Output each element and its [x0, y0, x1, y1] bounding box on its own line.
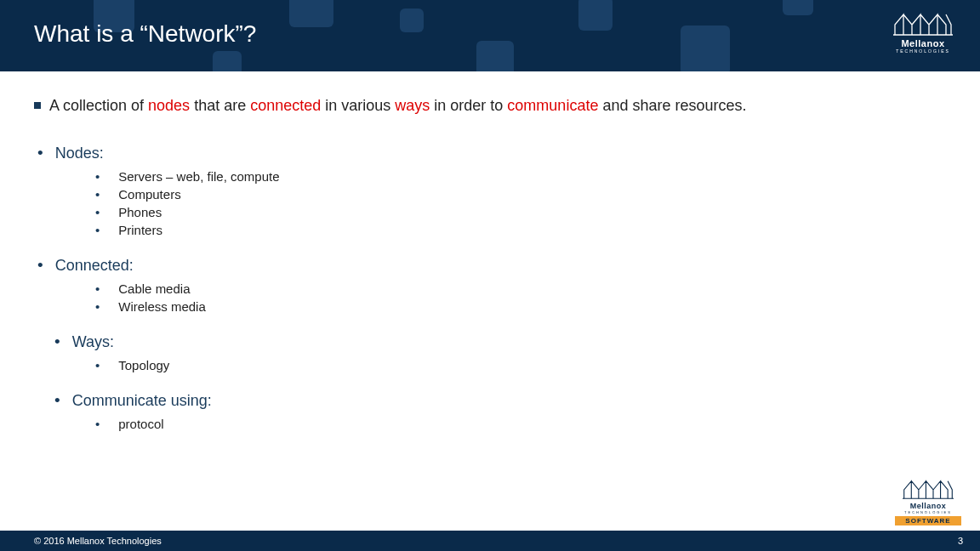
- page-number: 3: [958, 536, 963, 546]
- slide-header: What is a “Network”? Mellanox TECHNOLOGI…: [0, 0, 980, 71]
- brand-name: Mellanox: [901, 38, 944, 48]
- list-item: •protocol: [95, 415, 946, 433]
- bullet-icon: •: [95, 169, 100, 184]
- bridge-icon: [893, 13, 953, 37]
- slide-title: What is a “Network”?: [34, 20, 256, 48]
- brand-sub: TECHNOLOGIES: [896, 48, 950, 54]
- def-highlight-nodes: nodes: [148, 97, 190, 114]
- item-text: Computers: [118, 187, 180, 202]
- list-item: •Phones: [95, 203, 946, 221]
- bullet-icon: •: [95, 223, 100, 237]
- list-item: •Printers: [95, 221, 946, 239]
- def-part: in various: [321, 97, 395, 114]
- bullet-icon: •: [54, 391, 60, 409]
- section-nodes-heading: •Nodes:: [37, 144, 946, 162]
- list-item: •Computers: [95, 185, 946, 203]
- bullet-icon: •: [95, 187, 100, 202]
- definition-text: A collection of nodes that are connected…: [49, 97, 747, 115]
- item-text: Cable media: [118, 281, 190, 296]
- bullet-icon: •: [54, 332, 60, 350]
- slide-footer: © 2016 Mellanox Technologies 3: [0, 531, 980, 551]
- copyright-text: © 2016 Mellanox Technologies: [34, 536, 162, 546]
- bullet-icon: •: [37, 144, 43, 162]
- item-text: Printers: [118, 223, 162, 237]
- slide-content: A collection of nodes that are connected…: [0, 71, 980, 433]
- brand-name: Mellanox: [895, 502, 961, 510]
- bullet-icon: •: [95, 205, 100, 219]
- list-item: •Servers – web, file, compute: [95, 168, 946, 185]
- bullet-icon: •: [95, 358, 100, 372]
- item-text: Topology: [118, 358, 169, 372]
- section-label: Nodes:: [55, 145, 104, 162]
- item-text: Phones: [118, 205, 162, 219]
- def-highlight-connected: connected: [250, 97, 321, 114]
- list-item: •Wireless media: [95, 298, 946, 315]
- bullet-icon: •: [95, 281, 100, 296]
- def-highlight-communicate: communicate: [507, 97, 598, 114]
- bullet-icon: •: [37, 256, 43, 274]
- brand-logo-header: Mellanox TECHNOLOGIES: [885, 9, 961, 58]
- item-text: protocol: [118, 417, 163, 431]
- section-ways-heading: •Ways:: [54, 332, 946, 351]
- def-part: A collection of: [49, 97, 148, 114]
- list-item: •Cable media: [95, 280, 946, 298]
- brand-sub: TECHNOLOGIES: [895, 510, 961, 514]
- def-part: in order to: [430, 97, 507, 114]
- item-text: Wireless media: [118, 299, 206, 314]
- section-label: Communicate using:: [72, 392, 212, 409]
- def-part: that are: [190, 97, 250, 114]
- item-text: Servers – web, file, compute: [118, 169, 279, 184]
- brand-logo-software: Mellanox TECHNOLOGIES SOFTWARE: [895, 480, 961, 525]
- def-part: and share resources.: [598, 97, 746, 114]
- section-label: Connected:: [55, 257, 134, 274]
- section-communicate-heading: •Communicate using:: [54, 391, 946, 410]
- bullet-icon: •: [95, 417, 100, 431]
- def-highlight-ways: ways: [395, 97, 430, 114]
- definition-line: A collection of nodes that are connected…: [34, 97, 946, 115]
- section-connected-heading: •Connected:: [37, 256, 946, 275]
- software-label: SOFTWARE: [895, 516, 961, 525]
- section-label: Ways:: [72, 333, 114, 350]
- list-item: •Topology: [95, 356, 946, 374]
- bullet-icon: •: [95, 299, 100, 314]
- bridge-icon: [903, 480, 954, 500]
- square-bullet-icon: [34, 102, 41, 109]
